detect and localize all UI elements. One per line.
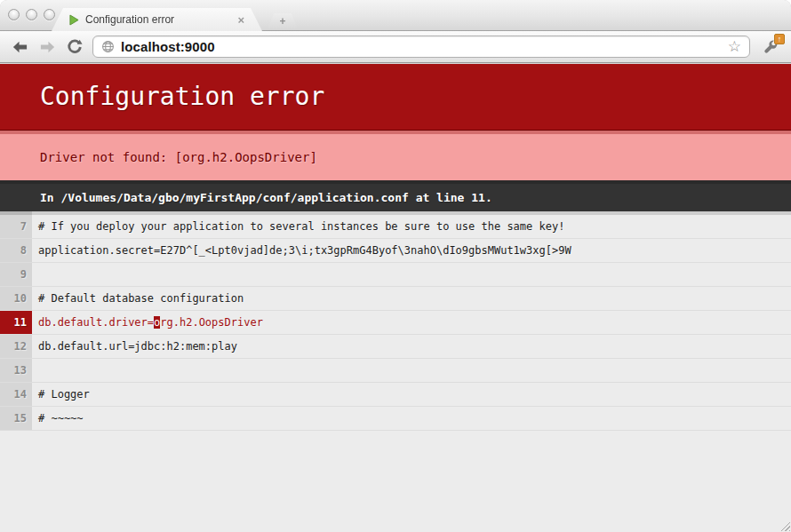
reload-icon <box>67 39 83 55</box>
reload-button[interactable] <box>63 36 86 59</box>
address-bar[interactable]: localhost:9000 ☆ <box>92 36 750 58</box>
line-content: db.default.url=jdbc:h2:mem:play <box>32 335 791 358</box>
up-arrow-icon: ↑ <box>778 36 782 44</box>
window-zoom-button[interactable] <box>44 9 55 20</box>
play-favicon-icon <box>69 14 79 26</box>
back-arrow-icon <box>12 39 28 55</box>
browser-toolbar: localhost:9000 ☆ ↑ <box>0 31 791 63</box>
code-line-14: 14# Logger <box>0 383 791 407</box>
code-line-11: 11db.default.driver=org.h2.OopsDriver <box>0 311 791 335</box>
code-line-8: 8application.secret=E27D^[_<Lpt0vjad]de;… <box>0 239 791 263</box>
line-number: 12 <box>0 335 32 358</box>
plus-icon: + <box>279 15 285 28</box>
line-content: application.secret=E27D^[_<Lpt0vjad]de;3… <box>32 239 791 262</box>
window-controls <box>8 9 55 20</box>
line-content <box>32 359 791 382</box>
error-detail: Driver not found: [org.h2.OopsDriver] <box>0 131 791 180</box>
update-badge: ↑ <box>774 34 785 44</box>
code-line-10: 10# Default database configuration <box>0 287 791 311</box>
wrench-menu-button[interactable]: ↑ <box>758 35 783 59</box>
line-number: 14 <box>0 383 32 406</box>
line-content: # Logger <box>32 383 791 406</box>
code-line-13: 13 <box>0 359 791 383</box>
tab-strip: Configuration error × + <box>0 0 791 31</box>
line-number: 7 <box>0 211 32 238</box>
code-listing: 7# If you deploy your application to sev… <box>0 211 791 431</box>
code-line-12: 12db.default.url=jdbc:h2:mem:play <box>0 335 791 359</box>
browser-window: Configuration error × + <box>0 0 791 532</box>
window-minimize-button[interactable] <box>26 9 37 20</box>
tab-close-icon[interactable]: × <box>237 14 244 26</box>
forward-button[interactable] <box>36 36 59 59</box>
forward-arrow-icon <box>39 39 56 55</box>
error-marker: o <box>154 316 160 329</box>
line-content: # ~~~~~ <box>32 407 791 430</box>
code-line-9: 9 <box>0 263 791 287</box>
line-content <box>32 263 791 286</box>
line-content: # Default database configuration <box>32 287 791 310</box>
line-content: db.default.driver=org.h2.OopsDriver <box>32 311 791 334</box>
line-number: 8 <box>0 239 32 262</box>
line-number: 9 <box>0 263 32 286</box>
line-content: # If you deploy your application to seve… <box>32 211 791 238</box>
tab-title: Configuration error <box>85 13 231 26</box>
window-close-button[interactable] <box>8 9 20 20</box>
line-number: 11 <box>0 311 32 334</box>
bookmark-star-icon[interactable]: ☆ <box>728 39 741 54</box>
page-viewport: Configuration error Driver not found: [o… <box>0 64 791 532</box>
line-number: 13 <box>0 359 32 382</box>
line-number: 15 <box>0 407 32 430</box>
error-location: In /Volumes/Data/gbo/myFirstApp/conf/app… <box>0 180 791 211</box>
back-button[interactable] <box>8 36 31 59</box>
page-title: Configuration error <box>0 64 791 131</box>
line-number: 10 <box>0 287 32 310</box>
url-text[interactable]: localhost:9000 <box>121 39 215 54</box>
code-line-15: 15# ~~~~~ <box>0 407 791 431</box>
new-tab-button[interactable]: + <box>268 13 298 28</box>
globe-icon <box>101 40 115 53</box>
code-line-7: 7# If you deploy your application to sev… <box>0 211 791 239</box>
tab-configuration-error[interactable]: Configuration error × <box>52 8 262 31</box>
